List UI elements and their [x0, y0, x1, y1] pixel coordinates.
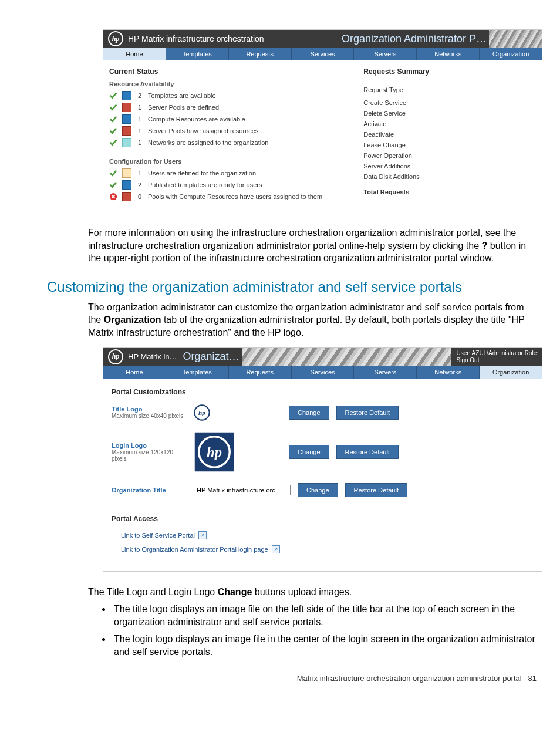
request-type-item: Lease Change — [363, 141, 536, 148]
login-logo-row: Login Logo Maximum size 120x120 pixels h… — [112, 431, 534, 472]
section-heading: Customizing the organization administrat… — [47, 279, 537, 295]
count: 1 — [136, 116, 143, 123]
restore-default-button[interactable]: Restore Default — [336, 445, 399, 459]
tab-services[interactable]: Services — [292, 366, 355, 379]
compute-icon — [122, 114, 131, 124]
svg-text:hp: hp — [207, 444, 222, 460]
status-row: 2 Templates are available — [109, 91, 352, 100]
change-button[interactable]: Change — [289, 406, 329, 420]
request-type-item: Activate — [363, 120, 536, 127]
bullet-item: The title logo displays an image file on… — [112, 603, 537, 628]
tab-templates[interactable]: Templates — [166, 48, 229, 60]
tab-templates[interactable]: Templates — [166, 366, 229, 379]
tab-services[interactable]: Services — [292, 48, 355, 60]
status-text: Templates are available — [148, 92, 216, 99]
portal-access-title: Portal Access — [112, 515, 534, 523]
tab-organization[interactable]: Organization — [480, 366, 542, 379]
change-button[interactable]: Change — [298, 483, 338, 497]
tab-organization[interactable]: Organization — [480, 48, 542, 60]
tab-home[interactable]: Home — [103, 366, 166, 379]
hint: Maximum size 40x40 pixels — [112, 413, 187, 419]
label: Organization Title — [112, 487, 187, 494]
status-text: Compute Resources are available — [148, 116, 245, 123]
tab-bar: Home Templates Requests Services Servers… — [103, 366, 542, 379]
tab-bar: Home Templates Requests Services Servers… — [103, 48, 542, 60]
check-icon — [109, 103, 117, 112]
portal-customizations-title: Portal Customizations — [112, 388, 534, 396]
status-row: 1 Compute Resources are available — [109, 114, 352, 124]
portal-title: Organization Administrator P… — [342, 33, 487, 45]
title-logo-row: Title Logo Maximum size 40x40 pixels hp … — [112, 404, 534, 421]
tab-requests[interactable]: Requests — [229, 366, 292, 379]
restore-default-button[interactable]: Restore Default — [336, 406, 399, 420]
check-icon — [109, 169, 117, 177]
request-type-item: Deactivate — [363, 131, 536, 138]
tab-networks[interactable]: Networks — [417, 48, 480, 60]
hp-logo-icon: hp — [108, 349, 123, 364]
svg-text:hp: hp — [198, 409, 205, 416]
template-icon — [122, 180, 131, 190]
label: Login Logo — [112, 442, 187, 449]
external-link-icon: ↗ — [272, 545, 280, 553]
change-button[interactable]: Change — [289, 445, 329, 459]
status-row: 2 Published templates are ready for user… — [109, 180, 352, 190]
request-type-item: Delete Service — [363, 110, 536, 117]
requests-summary-title: Requests Summary — [363, 67, 536, 76]
user-label: User: AZUL\Administrator Role: — [457, 350, 539, 357]
hint: Maximum size 120x120 pixels — [112, 449, 187, 462]
status-text: Server Pools are defined — [148, 104, 219, 111]
current-status-title: Current Status — [109, 67, 352, 76]
user-icon — [122, 168, 131, 178]
check-icon — [109, 139, 117, 147]
pool-icon — [122, 126, 131, 136]
count: 1 — [136, 139, 143, 146]
user-info: User: AZUL\Administrator Role: Sign Out — [453, 349, 542, 365]
count: 2 — [136, 181, 143, 188]
count: 1 — [136, 170, 143, 177]
total-requests: Total Requests — [363, 188, 536, 195]
count: 1 — [136, 127, 143, 134]
request-type-item: Server Additions — [363, 163, 536, 170]
paragraph: The Title Logo and Login Logo Change but… — [88, 586, 537, 599]
login-logo-preview: hp — [194, 431, 235, 472]
request-type-header: Request Type — [363, 86, 536, 93]
admin-portal-login-link[interactable]: Link to Organization Administrator Porta… — [121, 545, 534, 553]
status-row: 1 Server Pools have assigned resources — [109, 126, 352, 136]
count: 0 — [136, 193, 143, 200]
tab-networks[interactable]: Networks — [417, 366, 480, 379]
status-text: Pools with Compute Resources have users … — [148, 193, 322, 200]
request-type-item: Power Operation — [363, 152, 536, 159]
restore-default-button[interactable]: Restore Default — [345, 483, 407, 497]
resource-availability-title: Resource Availability — [109, 80, 352, 87]
status-text: Published templates are ready for users — [148, 181, 262, 188]
status-row: 0 Pools with Compute Resources have user… — [109, 192, 352, 201]
status-text: Users are defined for the organization — [148, 170, 256, 177]
count: 2 — [136, 92, 143, 99]
screenshot-portal-customizations: hp HP Matrix in… Organizat… User: AZUL\A… — [103, 347, 542, 572]
tab-servers[interactable]: Servers — [354, 48, 417, 60]
tab-requests[interactable]: Requests — [229, 48, 292, 60]
configuration-for-users-title: Configuration for Users — [109, 158, 352, 165]
check-icon — [109, 127, 117, 135]
check-icon — [109, 115, 117, 123]
self-service-portal-link[interactable]: Link to Self Service Portal ↗ — [121, 531, 534, 539]
count: 1 — [136, 104, 143, 111]
portal-title: Organizat… — [183, 350, 239, 363]
title-logo-preview: hp — [194, 404, 210, 421]
title-bar: hp HP Matrix infrastructure orchestratio… — [103, 30, 542, 48]
header-photo — [489, 30, 542, 48]
tab-servers[interactable]: Servers — [354, 366, 417, 379]
app-title: HP Matrix infrastructure orchestration — [128, 34, 264, 43]
organization-title-input[interactable] — [194, 485, 291, 495]
sign-out-link[interactable]: Sign Out — [457, 357, 539, 364]
network-icon — [122, 138, 131, 147]
organization-title-row: Organization Title Change Restore Defaul… — [112, 483, 534, 497]
request-type-item: Data Disk Additions — [363, 173, 536, 180]
bullet-item: The login logo displays an image file in… — [112, 633, 537, 658]
status-text: Server Pools have assigned resources — [148, 127, 258, 134]
header-photo — [242, 348, 451, 366]
page-footer: Matrix infrastructure orchestration orga… — [47, 674, 537, 683]
label: Title Logo — [112, 406, 187, 413]
tab-home[interactable]: Home — [103, 48, 166, 60]
hp-logo-icon: hp — [108, 31, 123, 46]
